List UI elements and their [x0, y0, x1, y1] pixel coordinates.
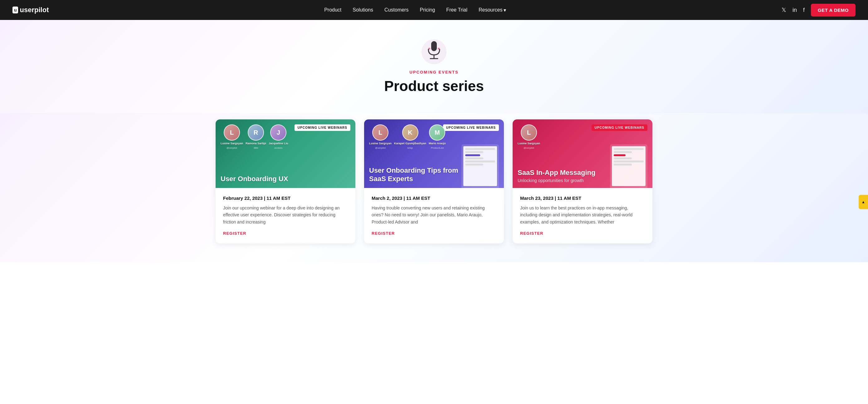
avatar-sub-3-1: @serpilot [524, 146, 534, 149]
logo[interactable]: u userpilot [12, 6, 49, 14]
card-avatars-2: L Lusine Sargsyan @serpilot K Karapet Gy… [369, 124, 446, 149]
nav-right: 𝕏 in f GET A DEMO [782, 4, 856, 16]
avatar-group-2-2: K Karapet Gyumjibashyan krisp [394, 124, 426, 149]
cards-section: UPCOMING LIVE WEBINARS L Lusine Sargsyan… [0, 113, 868, 262]
get-demo-button[interactable]: GET A DEMO [811, 4, 856, 16]
webinar-card-2: UPCOMING LIVE WEBINARS L Lusine Sargsyan… [364, 120, 504, 243]
avatar-name-2: Ramona Sartipi [246, 142, 266, 145]
svg-rect-2 [431, 41, 437, 51]
floating-cta[interactable]: ▲ [859, 195, 868, 209]
card-title-1: User Onboarding UX [221, 175, 350, 183]
card-desc-3: Join us to learn the best practices on i… [520, 204, 645, 225]
card-image-2: UPCOMING LIVE WEBINARS L Lusine Sargsyan… [364, 120, 504, 188]
hero-title: Product series [6, 78, 862, 95]
card-avatars-1: L Lusine Sargsyan @serpilot R Ramona Sar… [221, 124, 288, 149]
chevron-down-icon: ▾ [503, 7, 506, 13]
card-register-3[interactable]: REGISTER [520, 231, 543, 236]
avatar-group-1: L Lusine Sargsyan @serpilot [221, 124, 243, 149]
avatar-group-3: J Jacqueline Liu ecobes [269, 124, 288, 149]
logo-icon: u [12, 6, 18, 13]
svg-point-0 [428, 48, 430, 49]
avatar-group-2-3: M Mario Araujo ProductLed [429, 124, 446, 149]
avatar-sub-2-1: @serpilot [375, 146, 385, 149]
nav-item-customers[interactable]: Customers [384, 7, 408, 13]
screen-mockup-3 [610, 144, 647, 188]
card-register-1[interactable]: REGISTER [223, 231, 246, 236]
nav-link-pricing[interactable]: Pricing [420, 7, 435, 12]
logo-text: userpilot [20, 6, 49, 14]
facebook-icon[interactable]: f [803, 7, 805, 13]
card-desc-1: Join our upcoming webinar for a deep div… [223, 204, 348, 225]
card-body-1: February 22, 2023 | 11 AM EST Join our u… [216, 188, 355, 243]
avatar-sub-2-3: ProductLed [431, 146, 444, 149]
avatar-group-3-1: L Lusine Sargsyan @serpilot [518, 124, 540, 149]
avatar-sub-1: @serpilot [226, 146, 237, 149]
avatar-name-1: Lusine Sargsyan [221, 142, 243, 145]
nav-item-resources[interactable]: Resources ▾ [478, 7, 506, 13]
card-body-3: March 23, 2023 | 11 AM EST Join us to le… [513, 188, 652, 243]
upcoming-label: UPCOMING EVENTS [6, 70, 862, 74]
nav-link-product[interactable]: Product [324, 7, 341, 12]
nav-links: Product Solutions Customers Pricing Free… [324, 7, 506, 13]
nav-item-product[interactable]: Product [324, 7, 341, 13]
avatar-ramona: R [248, 124, 264, 141]
card-register-2[interactable]: REGISTER [372, 231, 395, 236]
card-date-3: March 23, 2023 | 11 AM EST [520, 196, 645, 201]
avatar-lusine-1: L [224, 124, 240, 141]
avatar-group-2: R Ramona Sartipi IBM [246, 124, 266, 149]
navbar: u userpilot Product Solutions Customers … [0, 0, 868, 20]
nav-link-resources[interactable]: Resources ▾ [478, 7, 506, 13]
webinar-card-3: UPCOMING LIVE WEBINARS L Lusine Sargsyan… [513, 120, 652, 243]
avatar-mario: M [429, 124, 445, 141]
card-subtitle-3: Unlocking opportunities for growth [518, 178, 612, 183]
card-image-1: UPCOMING LIVE WEBINARS L Lusine Sargsyan… [216, 120, 355, 188]
avatar-name-2-2: Karapet Gyumjibashyan [394, 142, 426, 145]
avatar-name-3: Jacqueline Liu [269, 142, 288, 145]
nav-item-free-trial[interactable]: Free Trial [446, 7, 467, 13]
avatar-group-2-1: L Lusine Sargsyan @serpilot [369, 124, 392, 149]
nav-link-customers[interactable]: Customers [384, 7, 408, 12]
nav-link-solutions[interactable]: Solutions [352, 7, 373, 12]
card-date-2: March 2, 2023 | 11 AM EST [372, 196, 496, 201]
avatar-lusine-3: L [521, 124, 537, 141]
card-badge-2: UPCOMING LIVE WEBINARS [443, 124, 499, 131]
avatar-name-2-3: Mario Araujo [429, 142, 446, 145]
linkedin-icon[interactable]: in [793, 7, 797, 13]
avatar-sub-3: ecobes [274, 146, 282, 149]
card-title-3: SaaS In-App Messaging [518, 169, 612, 177]
avatar-name-2-1: Lusine Sargsyan [369, 142, 392, 145]
card-image-3: UPCOMING LIVE WEBINARS L Lusine Sargsyan… [513, 120, 652, 188]
card-desc-2: Having trouble converting new users and … [372, 204, 496, 225]
nav-item-pricing[interactable]: Pricing [420, 7, 435, 13]
avatar-lusine-2: L [372, 124, 389, 141]
nav-link-free-trial[interactable]: Free Trial [446, 7, 467, 12]
avatar-sub-2-2: krisp [407, 146, 413, 149]
card-date-1: February 22, 2023 | 11 AM EST [223, 196, 348, 201]
avatar-sub-2: IBM [254, 146, 258, 149]
card-title-2: User Onboarding Tips from SaaS Experts [369, 166, 463, 183]
cards-grid: UPCOMING LIVE WEBINARS L Lusine Sargsyan… [216, 120, 652, 243]
svg-point-1 [438, 48, 440, 49]
card-body-2: March 2, 2023 | 11 AM EST Having trouble… [364, 188, 504, 243]
avatar-name-3-1: Lusine Sargsyan [518, 142, 540, 145]
card-badge-3: UPCOMING LIVE WEBINARS [592, 124, 647, 131]
card-avatars-3: L Lusine Sargsyan @serpilot [518, 124, 540, 149]
nav-item-solutions[interactable]: Solutions [352, 7, 373, 13]
avatar-jacqueline: J [270, 124, 286, 141]
card-badge-1: UPCOMING LIVE WEBINARS [294, 124, 350, 131]
mic-icon [425, 39, 443, 65]
webinar-card-1: UPCOMING LIVE WEBINARS L Lusine Sargsyan… [216, 120, 355, 243]
avatar-karapet: K [402, 124, 418, 141]
twitter-icon[interactable]: 𝕏 [782, 6, 786, 13]
screen-mockup-2 [461, 144, 499, 188]
hero-section: UPCOMING EVENTS Product series [0, 20, 868, 113]
